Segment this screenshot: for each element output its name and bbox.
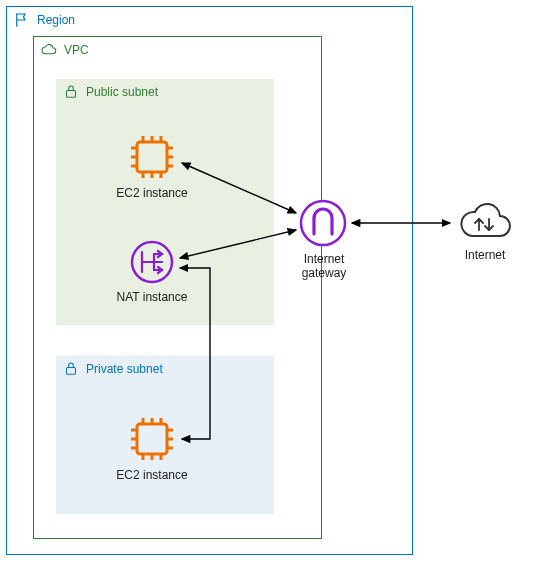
lock-icon <box>62 360 80 378</box>
ec2-private-label: EC2 instance <box>110 468 194 482</box>
public-subnet-box: Public subnet <box>56 79 274 325</box>
lock-icon <box>62 83 80 101</box>
diagram-canvas: Region VPC Public subnet Private subnet <box>0 0 539 561</box>
private-subnet-header: Private subnet <box>56 356 274 382</box>
region-header: Region <box>7 7 412 33</box>
vpc-label: VPC <box>64 43 89 57</box>
internet-gateway-label-2: gateway <box>296 266 352 280</box>
vpc-header: VPC <box>34 37 321 63</box>
nat-instance-label: NAT instance <box>110 290 194 304</box>
public-subnet-label: Public subnet <box>86 85 158 99</box>
ec2-public-label: EC2 instance <box>110 186 194 200</box>
nat-instance-icon <box>128 238 176 286</box>
region-label: Region <box>37 13 75 27</box>
private-subnet-label: Private subnet <box>86 362 163 376</box>
internet-gateway-icon <box>298 198 348 248</box>
svg-rect-21 <box>137 424 167 454</box>
ec2-public-icon <box>127 132 177 182</box>
ec2-private-icon <box>127 414 177 464</box>
svg-rect-1 <box>67 368 76 375</box>
svg-rect-0 <box>67 91 76 98</box>
internet-icon <box>452 192 516 246</box>
public-subnet-header: Public subnet <box>56 79 274 105</box>
cloud-icon <box>40 41 58 59</box>
internet-label: Internet <box>458 248 512 262</box>
flag-icon <box>13 11 31 29</box>
svg-rect-2 <box>137 142 167 172</box>
internet-gateway-label-1: Internet <box>296 252 352 266</box>
